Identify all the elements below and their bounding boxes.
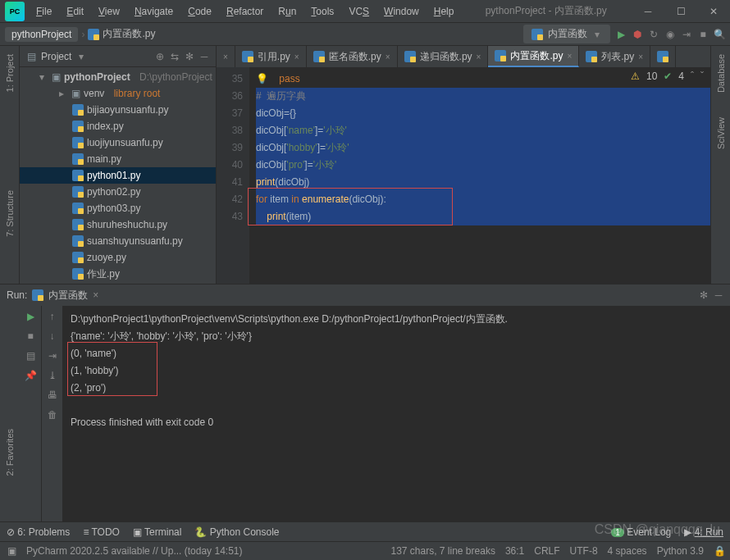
sidebar-structure[interactable]: 7: Structure: [5, 190, 15, 237]
run-toolbar-1: ▶ ■ ▤ 📌: [20, 306, 41, 521]
status-indent[interactable]: 4 spaces: [608, 545, 647, 557]
stop-icon[interactable]: ■: [25, 330, 36, 342]
up-icon[interactable]: ↑: [47, 311, 58, 322]
sidebar-toggle-icon[interactable]: ▣: [7, 545, 16, 557]
trash-icon[interactable]: 🗑: [47, 409, 58, 421]
tree-file[interactable]: suanshuyunsuanfu.py: [20, 233, 216, 249]
python-file-icon: [72, 137, 84, 148]
breadcrumb-file[interactable]: 内置函数.py: [88, 27, 155, 41]
debug-icon[interactable]: ⬢: [632, 29, 643, 40]
scroll-icon[interactable]: ⤓: [47, 370, 58, 381]
tw-todo[interactable]: ≡ TODO: [83, 526, 120, 538]
layout-icon[interactable]: ▤: [25, 350, 36, 362]
menu-code[interactable]: Code: [181, 2, 218, 20]
status-crlf[interactable]: CRLF: [534, 545, 559, 557]
status-pos[interactable]: 36:1: [505, 545, 524, 557]
menu-vcs[interactable]: VCS: [342, 2, 376, 20]
print-icon[interactable]: 🖶: [47, 389, 58, 401]
code-area[interactable]: 💡 pass # 遍历字典 dicObj={} dicObj['name']='…: [249, 67, 710, 284]
editor-tab[interactable]: [650, 46, 676, 67]
console-output[interactable]: D:\pythonProject1\pythonProject\venv\Scr…: [62, 306, 730, 521]
profile-icon[interactable]: ◉: [664, 29, 676, 40]
project-panel-title: Project: [41, 51, 71, 62]
menu-refactor[interactable]: Refactor: [220, 2, 270, 20]
editor-tab[interactable]: 递归函数.py×: [398, 46, 489, 67]
rerun-icon[interactable]: ▶: [25, 311, 36, 322]
editor-tab[interactable]: 引用.py×: [235, 46, 307, 67]
lock-icon[interactable]: 🔒: [714, 545, 723, 557]
close-icon[interactable]: ×: [223, 52, 228, 61]
tree-file-selected[interactable]: python01.py: [20, 167, 216, 184]
status-enc[interactable]: UTF-8: [570, 545, 598, 557]
collapse-icon[interactable]: ⇆: [170, 51, 180, 62]
sidebar-database[interactable]: Database: [716, 54, 726, 93]
status-python[interactable]: Python 3.9: [657, 545, 704, 557]
tree-file[interactable]: main.py: [20, 151, 216, 167]
close-icon[interactable]: ×: [294, 52, 299, 61]
tw-eventlog[interactable]: 1 Event Log: [611, 526, 671, 538]
tree-file[interactable]: python02.py: [20, 184, 216, 200]
bulb-icon[interactable]: 💡: [256, 73, 268, 84]
menu-edit[interactable]: Edit: [60, 2, 90, 20]
maximize-icon[interactable]: ☐: [664, 0, 697, 23]
close-icon[interactable]: ×: [638, 52, 643, 61]
close-icon[interactable]: ×: [386, 52, 390, 61]
editor-body[interactable]: ⚠10 ✔4 ˆ ˇ 35 36 37 38 39 40 41 42 43 💡 …: [217, 67, 710, 284]
chevron-down-icon[interactable]: ▾: [76, 51, 86, 62]
run-config-selector[interactable]: 内置函数 ▾: [523, 25, 610, 43]
tree-root[interactable]: ▾▣pythonProject D:\pythonProject: [20, 69, 216, 85]
line-gutter[interactable]: 35 36 37 38 39 40 41 42 43: [217, 67, 249, 284]
menu-navigate[interactable]: Navigate: [128, 2, 180, 20]
editor: × 引用.py× 匿名函数.py× 递归函数.py× 内置函数.py× 列表.p…: [217, 46, 710, 284]
editor-tab[interactable]: 匿名函数.py×: [307, 46, 398, 67]
editor-tabs: × 引用.py× 匿名函数.py× 递归函数.py× 内置函数.py× 列表.p…: [217, 46, 710, 67]
tw-problems[interactable]: ⊘ 6: Problems: [7, 526, 70, 538]
close-icon[interactable]: ✕: [697, 0, 730, 23]
editor-tab[interactable]: 列表.py×: [579, 46, 650, 67]
hide-icon[interactable]: ─: [199, 51, 209, 62]
tw-pyconsole[interactable]: 🐍 Python Console: [194, 526, 279, 538]
sidebar-favorites[interactable]: 2: Favorites: [5, 429, 15, 476]
sidebar-project[interactable]: 1: Project: [5, 54, 15, 92]
tree-file[interactable]: 作业.py: [20, 266, 216, 282]
menu-help[interactable]: Help: [427, 2, 461, 20]
tree-file[interactable]: index.py: [20, 118, 216, 134]
editor-tab-active[interactable]: 内置函数.py×: [488, 46, 579, 67]
close-icon[interactable]: ×: [477, 52, 481, 61]
menu-tools[interactable]: Tools: [304, 2, 340, 20]
tab-more[interactable]: ×: [217, 46, 235, 67]
attach-icon[interactable]: ⇥: [681, 29, 692, 40]
tree-file[interactable]: bijiaoyunsuanfu.py: [20, 102, 216, 118]
hide-icon[interactable]: ─: [714, 289, 723, 301]
project-tree[interactable]: ▾▣pythonProject D:\pythonProject ▸▣venv …: [20, 67, 216, 284]
coverage-icon[interactable]: ↻: [648, 29, 659, 40]
breadcrumb-root[interactable]: pythonProject: [5, 27, 78, 42]
tree-file[interactable]: luojiyunsuanfu.py: [20, 134, 216, 151]
minimize-icon[interactable]: ─: [632, 0, 664, 23]
close-icon[interactable]: ×: [567, 52, 572, 61]
run-panel-tab[interactable]: 内置函数: [48, 289, 88, 303]
tree-file[interactable]: zuoye.py: [20, 249, 216, 266]
wrap-icon[interactable]: ⇥: [47, 350, 58, 362]
menu-file[interactable]: File: [30, 2, 58, 20]
menu-window[interactable]: Window: [377, 2, 426, 20]
tree-file[interactable]: shuruheshuchu.py: [20, 216, 216, 233]
gear-icon[interactable]: ✻: [699, 289, 709, 301]
status-update[interactable]: PyCharm 2020.2.5 available // Up... (tod…: [26, 545, 242, 557]
menu-run[interactable]: Run: [271, 2, 303, 20]
sidebar-sciview[interactable]: SciView: [716, 117, 726, 149]
locate-icon[interactable]: ⊕: [155, 51, 165, 62]
menu-view[interactable]: View: [92, 2, 126, 20]
tree-venv[interactable]: ▸▣venv library root: [20, 85, 216, 102]
tw-terminal[interactable]: ▣ Terminal: [133, 526, 181, 538]
stop-icon[interactable]: ■: [697, 29, 709, 40]
run-icon[interactable]: ▶: [615, 29, 627, 40]
pin-icon[interactable]: 📌: [25, 370, 36, 381]
search-icon[interactable]: 🔍: [714, 29, 725, 40]
settings-icon[interactable]: ✻: [185, 51, 194, 62]
run-panel-title: Run:: [7, 289, 27, 301]
close-icon[interactable]: ×: [93, 289, 98, 301]
down-icon[interactable]: ↓: [47, 330, 58, 342]
tree-file[interactable]: python03.py: [20, 200, 216, 216]
tw-run[interactable]: ▶ 4: Run: [684, 526, 723, 538]
